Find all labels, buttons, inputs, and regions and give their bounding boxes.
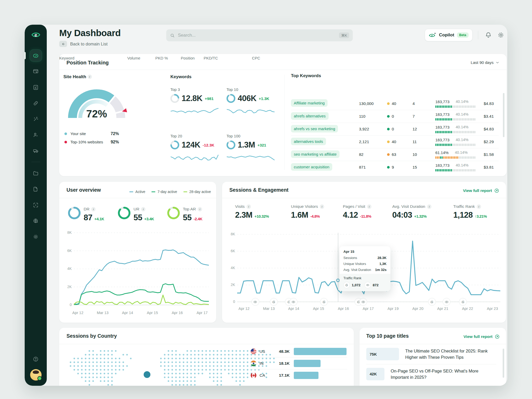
info-icon[interactable] xyxy=(477,204,481,209)
notifications-bell-icon[interactable] xyxy=(485,31,492,40)
page-title-row[interactable]: 42KOn-Page SEO vs Off-Page SEO: What's M… xyxy=(366,364,496,384)
sidebar-item-magic-wand[interactable] xyxy=(30,113,42,125)
event-marker[interactable] xyxy=(428,298,436,306)
column-header[interactable]: PKD % xyxy=(155,56,181,60)
event-marker[interactable] xyxy=(443,298,450,306)
external-link-icon xyxy=(494,188,499,193)
legend-item[interactable]: 7-day active xyxy=(151,190,177,194)
sessions-metrics: Visits2.3M+10.32%Unique Visitors1.6M-4.8… xyxy=(222,204,506,222)
event-marker[interactable] xyxy=(355,298,367,306)
keyword-pill[interactable]: ahrefs alternatives xyxy=(291,112,329,120)
copilot-button[interactable]: e Copilot Beta xyxy=(425,29,473,41)
column-header[interactable]: Keyword xyxy=(59,56,127,60)
country-row[interactable]: IN18.1K xyxy=(251,357,347,369)
info-icon[interactable] xyxy=(427,204,431,209)
keyword-row[interactable]: Affiliate marketing130,000404183,77340.1… xyxy=(291,97,499,110)
scrollbar[interactable] xyxy=(503,93,504,137)
divider xyxy=(59,70,507,70)
card-sessions-by-country: Sessions by Country US48.3KIN18.1KCA17.1… xyxy=(59,328,354,386)
desktop-background: e My Dashboard Back to domain List xyxy=(0,0,532,399)
info-icon[interactable] xyxy=(88,75,92,79)
column-header[interactable]: CPC xyxy=(252,56,267,60)
info-icon[interactable] xyxy=(367,204,371,209)
metric-dr: DR87+4.1K xyxy=(68,207,104,222)
sidebar-item-scan[interactable] xyxy=(30,199,42,211)
sidebar-item-truck[interactable] xyxy=(30,145,42,157)
view-full-report-link[interactable]: View full report xyxy=(463,334,500,339)
sidebar-item-site-audit[interactable] xyxy=(30,65,42,77)
keyword-pill[interactable]: alternatives tools xyxy=(291,138,326,145)
app-logo-icon[interactable]: e xyxy=(30,29,42,41)
pkdtc-bar xyxy=(435,156,484,159)
views-badge: 75K xyxy=(366,348,399,360)
search-bar[interactable]: ⌘K xyxy=(166,29,353,41)
sidebar-item-globe[interactable] xyxy=(30,215,42,227)
scrollbar[interactable] xyxy=(503,349,504,378)
search-icon xyxy=(170,33,175,38)
event-marker[interactable] xyxy=(320,298,328,306)
sidebar-item-dashboard[interactable] xyxy=(30,50,42,62)
copilot-label: Copilot xyxy=(439,32,454,38)
table-body: Affiliate marketing130,000404183,77340.1… xyxy=(291,97,499,174)
view-full-report-link[interactable]: View full report xyxy=(463,188,499,193)
country-row[interactable]: US48.3K xyxy=(251,345,347,357)
legend-item[interactable]: 28-day active xyxy=(183,190,211,194)
legend-item[interactable]: Active xyxy=(129,190,145,194)
sidebar-item-link[interactable] xyxy=(30,97,42,109)
x-axis-labels: Apr 12Mar 13Apr 14Apr 15Apr 16Apr 17Apr … xyxy=(237,307,500,312)
pkdtc-bar xyxy=(435,118,484,121)
event-marker[interactable] xyxy=(285,298,297,306)
sidebar-item-user-add[interactable] xyxy=(30,129,42,141)
date-range-dropdown[interactable]: Last 90 days xyxy=(471,60,499,65)
sidebar-item-settings[interactable] xyxy=(30,231,42,243)
info-icon[interactable] xyxy=(198,207,202,211)
keyword-row[interactable]: customer acquisition871915183,77340.14%$… xyxy=(291,161,499,174)
header-divider xyxy=(478,31,478,39)
eye-icon xyxy=(359,298,367,306)
event-marker[interactable] xyxy=(251,298,259,306)
info-icon[interactable] xyxy=(247,204,251,209)
card-title: User overview xyxy=(66,187,101,193)
info-icon[interactable] xyxy=(320,204,324,209)
sidebar-item-folder[interactable] xyxy=(30,167,42,179)
user-avatar[interactable] xyxy=(30,369,42,381)
back-arrow-icon[interactable] xyxy=(59,41,67,47)
sidebar-nav xyxy=(30,50,42,243)
event-marker[interactable] xyxy=(459,298,467,306)
keyword-pill[interactable]: customer acquisition xyxy=(291,163,332,171)
info-icon[interactable] xyxy=(91,207,96,211)
keyword-bucket: Top 10406K+1.3K xyxy=(227,87,283,118)
help-icon[interactable] xyxy=(30,353,42,365)
keywords-title: Keywords xyxy=(170,74,191,79)
keyword-pill[interactable]: seo marketing vs affiliate xyxy=(291,150,340,158)
column-header[interactable]: Position xyxy=(181,56,204,60)
column-header[interactable]: PKD/TC xyxy=(204,56,252,60)
google-icon xyxy=(428,298,436,306)
country-row[interactable]: CA17.1K xyxy=(251,369,347,381)
keyword-pill[interactable]: Affiliate marketing xyxy=(291,99,328,107)
top-keywords-title: Top Keywords xyxy=(291,73,321,78)
back-link[interactable]: Back to domain List xyxy=(59,41,108,47)
column-header[interactable]: Volume xyxy=(127,56,155,60)
keyword-bucket: Top 1001.3M+321 xyxy=(227,134,283,164)
sidebar-item-file[interactable] xyxy=(30,183,42,195)
keyword-row[interactable]: seo marketing vs affiliate82631061.14%40… xyxy=(291,148,499,161)
keyword-row[interactable]: ahrefs vs seo marketing3,922012183,77340… xyxy=(291,123,499,135)
info-icon[interactable] xyxy=(141,207,145,211)
keyword-row[interactable]: ahrefs alternatives11007183,77340.14%$3.… xyxy=(291,110,499,123)
page-title-row[interactable]: 75KThe Ultimate SEO Checklist for 2025: … xyxy=(366,344,496,364)
sidebar-item-checklist[interactable] xyxy=(30,81,42,93)
search-input[interactable] xyxy=(177,32,336,38)
keyword-row[interactable]: alternatives tools2,1214011183,77340.14%… xyxy=(291,135,499,148)
site-health-title: Site Health xyxy=(63,74,92,79)
event-marker[interactable] xyxy=(270,298,278,306)
metric-visits: Visits2.3M+10.32% xyxy=(235,204,269,220)
pkd-dot xyxy=(387,115,390,118)
settings-gear-icon[interactable] xyxy=(497,31,504,40)
card-title: Sessions & Engagement xyxy=(229,187,289,193)
pkd-dot xyxy=(387,128,390,130)
metric-pages-visit: Pages / Visit4.12-11.8% xyxy=(343,204,371,220)
keyword-pill[interactable]: ahrefs vs seo marketing xyxy=(291,125,338,132)
chart-crosshair xyxy=(338,233,338,302)
metric-traffic-rank: Traffic Rank1,128↑3.21% xyxy=(453,204,487,220)
